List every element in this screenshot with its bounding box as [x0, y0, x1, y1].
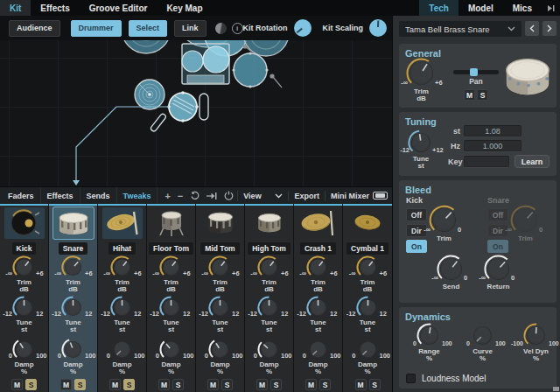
drum-thumbnail[interactable] [347, 207, 388, 239]
drum-thumbnail[interactable] [200, 207, 241, 239]
mixer-tab-sends[interactable]: Sends [80, 187, 117, 204]
tab-model[interactable]: Model [458, 0, 503, 16]
general-solo-button[interactable]: S [477, 89, 488, 101]
damp-knob[interactable]: 0 100 Damp % [99, 338, 145, 375]
tuning-Key-field[interactable] [464, 156, 509, 167]
mixer-tab-tweaks[interactable]: Tweaks [117, 187, 158, 204]
general-mute-button[interactable]: M [464, 89, 475, 101]
mute-button[interactable]: M [60, 379, 72, 390]
power-icon[interactable] [220, 187, 237, 204]
strip-cymbal-1[interactable]: Cymbal 1 -∞ +6 Trim dB -12 12 Tune st [343, 204, 392, 392]
mini-mixer-button[interactable]: Mini Mixer [326, 187, 392, 204]
tab-groove-editor[interactable]: Groove Editor [80, 0, 158, 16]
select-button[interactable]: Select [129, 20, 168, 37]
damp-knob[interactable]: 0 100 Damp % [345, 338, 391, 375]
dynamics-vel-dyn-knob[interactable]: -100 100 Vel Dyn % [509, 323, 560, 362]
damp-knob[interactable]: 0 100 Damp % [197, 338, 243, 375]
kit-scaling-knob[interactable] [368, 18, 388, 38]
solo-button[interactable]: S [270, 379, 282, 390]
solo-button[interactable]: S [221, 379, 233, 390]
strip-kick[interactable]: Kick -∞ +6 Trim dB -12 12 Tune st 0 [0, 204, 48, 392]
drum-thumbnail[interactable] [102, 207, 143, 239]
damp-knob[interactable]: 0 100 Damp % [295, 338, 341, 375]
trim-knob[interactable]: -∞ +6 Trim dB [1, 256, 47, 293]
damp-knob[interactable]: 0 100 Damp % [148, 338, 194, 375]
audience-button[interactable]: Audience [9, 20, 60, 37]
tuning-tune-knob[interactable]: -12 +12 Tune st [401, 130, 441, 170]
tab-mics[interactable]: Mics [503, 0, 542, 16]
remove-icon[interactable]: − [174, 187, 186, 204]
tuning-st-field[interactable]: 1.08 [464, 125, 522, 136]
bleed-send-knob[interactable]: -∞ 0 Send [429, 255, 473, 290]
pan-slider[interactable] [453, 70, 499, 74]
tune-knob[interactable]: -12 12 Tune st [345, 296, 391, 333]
instrument-dropdown[interactable]: Tama Bell Brass Snare [399, 21, 522, 37]
tune-knob[interactable]: -12 12 Tune st [246, 296, 292, 333]
tune-knob[interactable]: -12 12 Tune st [148, 296, 194, 333]
resize-grip[interactable] [553, 387, 559, 391]
shade-toggle-icon[interactable] [215, 23, 227, 34]
trim-knob[interactable]: -∞ +6 Trim dB [50, 256, 96, 293]
dynamics-curve-knob[interactable]: 0 100 Curve % [456, 323, 509, 362]
mute-button[interactable]: M [11, 379, 23, 390]
trim-knob[interactable]: -∞ +6 Trim dB [99, 256, 145, 293]
mute-button[interactable]: M [158, 379, 170, 390]
tab-tech[interactable]: Tech [419, 0, 458, 16]
trim-knob[interactable]: -∞ +6 Trim dB [197, 256, 243, 293]
pan-control[interactable]: Pan M S [452, 70, 500, 101]
drum-thumbnail[interactable] [151, 207, 192, 239]
mute-button[interactable]: M [109, 379, 121, 390]
tuning-Hz-field[interactable]: 1.000 [464, 140, 522, 151]
trim-knob[interactable]: -∞ +6 Trim dB [295, 256, 341, 293]
bleed-return-knob[interactable]: -∞ 0 Return [476, 255, 521, 290]
tune-knob[interactable]: -12 12 Tune st [295, 296, 341, 333]
tune-knob[interactable]: -12 12 Tune st [50, 296, 96, 333]
bleed-trim-knob[interactable]: -∞ 0 Trim [422, 205, 466, 242]
link-button[interactable]: Link [174, 20, 206, 37]
strip-floor-tom[interactable]: Floor Tom -∞ +6 Trim dB -12 12 Tune st [147, 204, 195, 392]
strip-snare[interactable]: Snare -∞ +6 Trim dB -12 12 Tune st 0 [49, 204, 97, 392]
dynamics-range-knob[interactable]: 0 100 Range % [402, 323, 456, 362]
solo-button[interactable]: S [74, 379, 86, 390]
solo-button[interactable]: S [369, 379, 381, 390]
export-button[interactable]: Export [289, 187, 325, 204]
trim-knob[interactable]: -∞ +6 Trim dB [345, 256, 391, 293]
drummer-button[interactable]: Drummer [71, 20, 122, 37]
tab-effects[interactable]: Effects [31, 0, 79, 16]
prev-instrument-button[interactable] [525, 21, 539, 36]
mute-button[interactable]: M [355, 379, 367, 390]
mixer-tab-effects[interactable]: Effects [41, 187, 80, 204]
general-trim-knob[interactable]: -∞ +6 Trim dB [399, 58, 444, 102]
damp-knob[interactable]: 0 100 Damp % [1, 338, 47, 375]
strip-crash-1[interactable]: Crash 1 -∞ +6 Trim dB -12 12 Tune st 0 [294, 204, 342, 392]
info-icon[interactable]: i [232, 23, 243, 34]
drum-thumbnail[interactable] [4, 207, 45, 239]
tab-key-map[interactable]: Key Map [157, 0, 212, 16]
kit-top-view[interactable] [0, 40, 392, 186]
strip-high-tom[interactable]: High Tom -∞ +6 Trim dB -12 12 Tune st [245, 204, 293, 392]
bleed-trim-knob[interactable]: -∞ 0 Trim [503, 205, 548, 242]
strip-mid-tom[interactable]: Mid Tom -∞ +6 Trim dB -12 12 Tune st 0 [196, 204, 244, 392]
add-icon[interactable]: + [158, 187, 173, 204]
view-dropdown[interactable]: View [238, 187, 288, 204]
solo-button[interactable]: S [25, 379, 37, 390]
mixer-tab-faders[interactable]: Faders [2, 187, 41, 204]
kit-rotation-knob[interactable] [293, 18, 312, 38]
learn-button[interactable]: Learn [514, 155, 550, 168]
drum-thumbnail[interactable] [298, 207, 339, 239]
mute-button[interactable]: M [207, 379, 219, 390]
undo-icon[interactable] [186, 187, 203, 204]
go-to-end-icon[interactable] [203, 187, 220, 204]
damp-knob[interactable]: 0 100 Damp % [50, 338, 96, 375]
mute-button[interactable]: M [305, 379, 317, 390]
strip-hihat[interactable]: Hihat -∞ +6 Trim dB -12 12 Tune st 0 [98, 204, 146, 392]
solo-button[interactable]: S [172, 379, 184, 390]
pan-handle[interactable] [470, 68, 478, 76]
damp-knob[interactable]: 0 100 Damp % [246, 338, 292, 375]
next-instrument-button[interactable] [542, 21, 556, 36]
collapse-panel-icon[interactable] [542, 0, 560, 16]
tune-knob[interactable]: -12 12 Tune st [99, 296, 145, 333]
trim-knob[interactable]: -∞ +6 Trim dB [148, 256, 194, 293]
mute-button[interactable]: M [256, 379, 268, 390]
solo-button[interactable]: S [319, 379, 331, 390]
